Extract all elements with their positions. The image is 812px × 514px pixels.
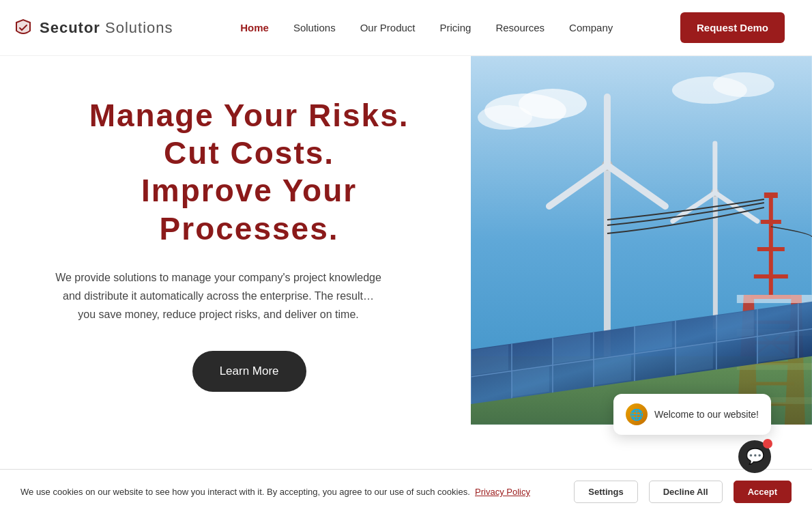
chat-open-button[interactable]: 💬 [738,440,771,473]
svg-rect-47 [471,345,508,375]
logo-name-part2: Solutions [100,19,173,36]
svg-rect-52 [594,355,631,386]
nav-links: Home Solutions Our Product Pricing Resou… [240,22,613,34]
logo-icon [14,18,33,38]
cookie-banner: We use cookies on our website to see how… [0,469,812,514]
svg-point-5 [713,72,774,97]
chat-bubble: 🌐 Welcome to our website! [613,394,771,435]
nav-item-our-product[interactable]: Our Product [360,22,416,34]
cookie-text: We use cookies on our website to see how… [20,487,563,497]
svg-rect-28 [757,247,785,251]
cookie-description: We use cookies on our website to see how… [20,487,470,497]
hero-subtext: We provide solutions to manage your comp… [55,268,382,324]
svg-rect-25 [769,192,773,295]
logo[interactable]: Secutor Solutions [14,18,173,38]
privacy-policy-link[interactable]: Privacy Policy [475,487,530,497]
svg-point-3 [478,105,532,130]
decline-all-button[interactable]: Decline All [649,481,723,503]
settings-button[interactable]: Settings [574,481,637,503]
svg-rect-26 [764,192,778,198]
nav-item-company[interactable]: Company [569,22,613,34]
hero-headline: Manage Your Risks. Cut Costs. Improve Yo… [55,97,444,248]
logo-name-part1: Secutor [40,19,100,36]
svg-rect-27 [761,220,781,224]
chat-widget: 🌐 Welcome to our website! 💬 [613,394,771,473]
hero-image [471,56,812,425]
svg-rect-49 [635,322,672,352]
chat-notification-dot [763,439,772,448]
nav-item-resources[interactable]: Resources [495,22,545,34]
svg-rect-31 [737,295,812,303]
svg-rect-50 [716,311,754,341]
hero-section: Manage Your Risks. Cut Costs. Improve Yo… [0,56,812,425]
learn-more-button[interactable]: Learn More [192,351,306,392]
request-demo-button[interactable]: Request Demo [680,12,785,43]
chat-avatar-icon: 🌐 [626,403,648,425]
nav-item-solutions[interactable]: Solutions [293,22,336,34]
hero-headline-line3: Improve Your Processes. [55,172,444,247]
hero-image-svg [471,56,812,425]
svg-rect-48 [553,333,590,364]
hero-headline-line2: Cut Costs. [55,134,444,172]
svg-rect-54 [757,332,795,362]
svg-rect-53 [676,343,713,374]
navbar: Secutor Solutions Home Solutions Our Pro… [0,0,812,56]
hero-content: Manage Your Risks. Cut Costs. Improve Yo… [0,56,471,425]
svg-rect-51 [512,367,549,397]
svg-rect-29 [754,274,788,279]
accept-button[interactable]: Accept [734,481,792,503]
nav-item-home[interactable]: Home [240,22,269,34]
svg-rect-6 [604,165,611,356]
svg-rect-11 [713,192,718,329]
chat-message-icon: 💬 [746,448,764,466]
nav-item-pricing[interactable]: Pricing [440,22,472,34]
chat-welcome-text: Welcome to our website! [654,409,759,420]
hero-headline-line1: Manage Your Risks. [55,97,444,134]
